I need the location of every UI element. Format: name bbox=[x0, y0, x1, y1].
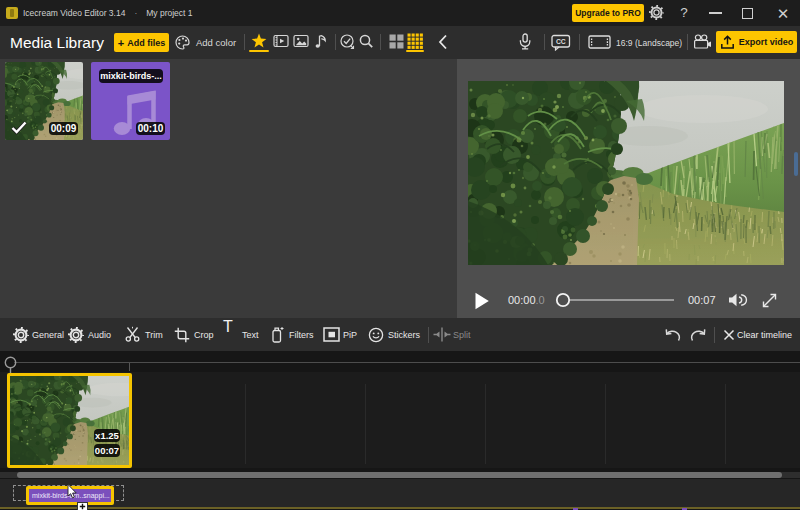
svg-text:CC: CC bbox=[556, 38, 566, 45]
